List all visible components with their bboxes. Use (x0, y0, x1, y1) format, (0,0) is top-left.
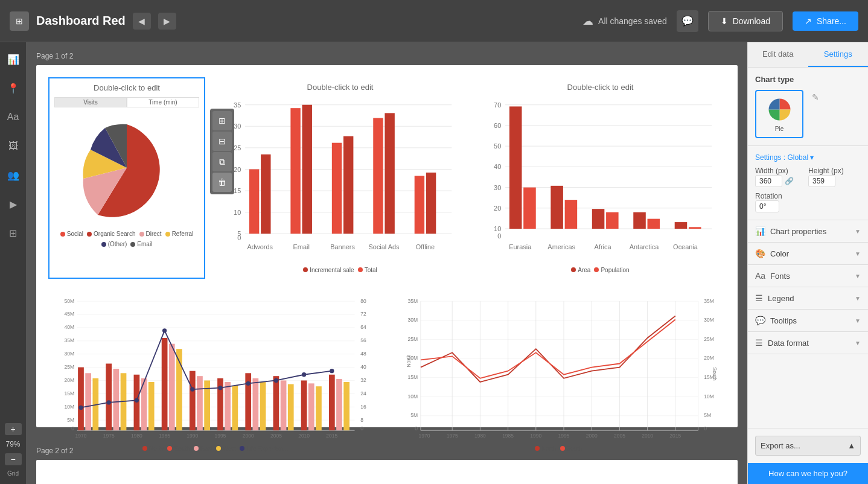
svg-text:Social Ads: Social Ads (369, 243, 400, 250)
svg-text:60: 60 (494, 122, 501, 129)
svg-rect-121 (316, 386, 322, 430)
toolbar-copy-btn[interactable]: ⧉ (212, 152, 232, 171)
tab-settings[interactable]: Settings (808, 42, 869, 67)
pie-tabs: Visits Time (min) (54, 97, 199, 107)
accordion-tooltips-header[interactable]: 💬 Tooltips ▼ (748, 310, 868, 331)
legend-dot-population (594, 267, 599, 272)
accordion-data-format[interactable]: ☰ Data format ▼ (748, 332, 868, 354)
tooltips-icon: 💬 (755, 316, 765, 325)
accordion-tooltips-label: Tooltips (770, 316, 797, 325)
line1-legend: North South East West (54, 445, 377, 452)
width-input[interactable] (755, 175, 782, 187)
help-bar[interactable]: How can we help you? (748, 463, 868, 484)
svg-text:0: 0 (415, 425, 418, 431)
toolbar-layers-btn[interactable]: ⊞ (212, 111, 232, 130)
accordion-chart-properties[interactable]: 📊 Chart properties ▼ (748, 220, 868, 243)
svg-text:15M: 15M (65, 390, 75, 396)
chart-type-title: Chart type (755, 75, 861, 84)
svg-text:5M: 5M (704, 412, 711, 418)
legend-life: Life Expectan... (240, 445, 288, 452)
legend-dot-area (571, 267, 576, 272)
download-button[interactable]: ⬇ Download (708, 11, 783, 31)
page1-label: Page 1 of 2 (36, 52, 738, 60)
svg-text:40: 40 (360, 364, 366, 370)
pie-tab-time[interactable]: Time (min) (127, 97, 199, 107)
svg-text:24: 24 (360, 390, 366, 396)
svg-point-130 (274, 378, 278, 383)
pie-tab-visits[interactable]: Visits (54, 97, 127, 107)
accordion-tooltips[interactable]: 💬 Tooltips ▼ (748, 310, 868, 332)
svg-rect-50 (606, 212, 619, 229)
redo-button[interactable]: ▶ (158, 13, 176, 30)
pie-chart-box[interactable]: Double-click to edit Visits Time (min) (48, 77, 205, 279)
svg-point-126 (162, 328, 167, 333)
sidebar-icon-users[interactable]: 👥 (4, 165, 23, 185)
accordion-color-header[interactable]: 🎨 Color ▼ (748, 243, 868, 264)
tab-edit-data[interactable]: Edit data (748, 42, 808, 67)
sidebar-icon-image[interactable]: 🖼 (4, 136, 23, 156)
svg-text:1980: 1980 (474, 433, 486, 439)
save-status: ☁ All changes saved (582, 14, 667, 28)
export-chevron: ▲ (847, 441, 855, 450)
share-button[interactable]: ↗ Share... (793, 11, 858, 31)
toolbar-layers2-btn[interactable]: ⊟ (212, 132, 232, 151)
accordion-fonts[interactable]: Aa Fonts ▼ (748, 265, 868, 287)
accordion-fonts-header[interactable]: Aa Fonts ▼ (748, 265, 868, 287)
right-panel-bottom: Export as... ▲ (748, 428, 868, 463)
comment-button[interactable]: 💬 (677, 10, 698, 32)
svg-text:Email: Email (293, 243, 309, 250)
legend-other: (Other) (101, 241, 127, 247)
svg-rect-115 (148, 382, 155, 430)
svg-rect-96 (162, 338, 168, 430)
chart-type-edit[interactable]: ✎ (808, 90, 823, 104)
accordion-data-format-chevron: ▼ (855, 340, 861, 346)
right-panel: Edit data Settings Chart type Pie ✎ (747, 42, 868, 484)
share-icon: ↗ (805, 16, 812, 26)
svg-text:0: 0 (71, 425, 74, 431)
accordion-color[interactable]: 🎨 Color ▼ (748, 243, 868, 265)
sidebar-icon-text[interactable]: Aa (4, 107, 23, 127)
svg-text:35M: 35M (408, 298, 418, 304)
svg-text:25: 25 (234, 144, 241, 151)
cloud-icon: ☁ (582, 14, 593, 28)
svg-text:30: 30 (234, 123, 241, 130)
svg-rect-53 (675, 222, 688, 229)
canvas-area[interactable]: Page 1 of 2 Double-click to edit Visits … (27, 42, 747, 484)
height-input[interactable] (808, 175, 835, 187)
svg-rect-48 (565, 200, 578, 229)
bar1-chart-title: Double-click to edit (220, 83, 460, 92)
toolbar-delete-btn[interactable]: 🗑 (212, 173, 232, 192)
accordion-chart-properties-header[interactable]: 📊 Chart properties ▼ (748, 220, 868, 242)
svg-text:25M: 25M (704, 336, 714, 342)
export-button[interactable]: Export as... ▲ (755, 436, 861, 456)
undo-button[interactable]: ◀ (133, 13, 151, 30)
settings-scope-value[interactable]: Global ▾ (787, 153, 814, 162)
svg-text:Americas: Americas (547, 243, 575, 250)
svg-rect-47 (550, 186, 563, 229)
chart-type-pie[interactable]: Pie (755, 90, 803, 138)
line-chart-2-box[interactable]: 35M 30M 25M 20M 15M 10M 5M 0 35M 30M 25M… (392, 288, 726, 457)
rotation-input[interactable] (755, 200, 779, 212)
svg-text:30M: 30M (704, 317, 714, 323)
sidebar-icon-pin[interactable]: 📍 (4, 78, 23, 98)
svg-text:30: 30 (494, 184, 501, 191)
svg-rect-104 (113, 369, 119, 430)
zoom-out-button[interactable]: − (5, 453, 22, 465)
pie-chart-svg (54, 110, 199, 226)
svg-text:1975: 1975 (447, 433, 458, 439)
bar-chart-1-box[interactable]: Double-click to edit 35 30 25 (215, 77, 465, 279)
sidebar-icon-play[interactable]: ▶ (4, 194, 23, 214)
svg-text:5M: 5M (67, 416, 74, 422)
accordion-legend-header[interactable]: ☰ Legend ▼ (748, 287, 868, 309)
chart-grid-bottom: 50M 45M 40M 35M 30M 25M 20M 15M 10M 5M 0… (48, 288, 726, 457)
zoom-in-button[interactable]: + (5, 423, 22, 435)
sidebar-icon-charts[interactable]: 📊 (4, 49, 23, 69)
sidebar-icon-grid[interactable]: ⊞ (4, 223, 23, 243)
bar-chart-2-box[interactable]: Double-click to edit 70 60 50 (475, 77, 726, 279)
accordion-data-format-header[interactable]: ☰ Data format ▼ (748, 332, 868, 354)
svg-text:1995: 1995 (558, 433, 570, 439)
line-chart-1-box[interactable]: 50M 45M 40M 35M 30M 25M 20M 15M 10M 5M 0… (48, 288, 382, 457)
line2-legend: North South (397, 445, 720, 452)
accordion-legend[interactable]: ☰ Legend ▼ (748, 287, 868, 310)
legend-incremental: Incremental sale (303, 267, 354, 273)
